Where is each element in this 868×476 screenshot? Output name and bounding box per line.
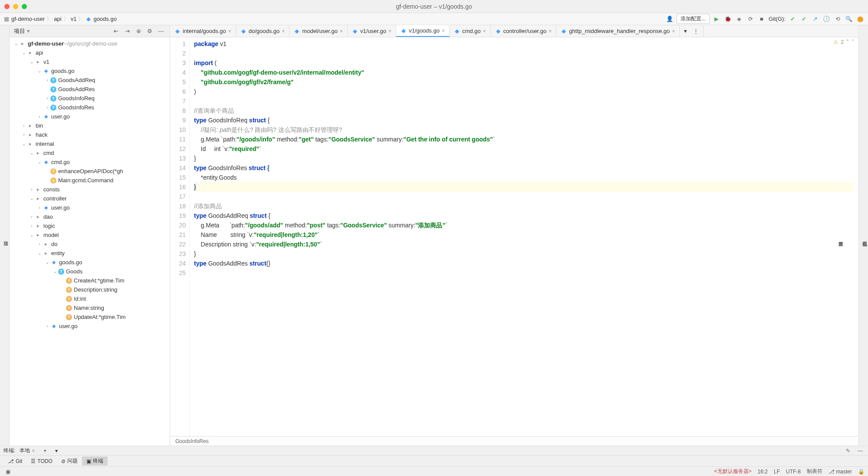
minimize-window-button[interactable] xyxy=(13,4,18,9)
code-line[interactable]: //疑问: path是什么? 路由吗? 这么写路由不好管理呀? xyxy=(194,125,854,135)
project-tree[interactable]: ⌄▸gf-demo-user ~/go/src/gf-demo-use⌄▸api… xyxy=(10,37,170,446)
status-lock-icon[interactable]: 🔒 xyxy=(858,469,865,475)
chevron-right-icon[interactable]: › xyxy=(44,96,50,101)
history-icon[interactable]: 🕓 xyxy=(822,15,831,23)
chevron-down-icon[interactable]: ▾ xyxy=(27,28,30,34)
hide-panel-icon[interactable]: — xyxy=(157,27,165,36)
chevron-down-icon[interactable]: ⌄ xyxy=(13,41,19,46)
tree-node[interactable]: ⌄◆goods.go xyxy=(10,66,170,76)
terminal-dropdown[interactable]: ▾ xyxy=(51,447,62,455)
tree-node[interactable]: ›TGoodsAddReq xyxy=(10,76,170,85)
code-line[interactable]: Description string `v:"required|length:1… xyxy=(194,240,854,249)
search-icon[interactable]: 🔍 xyxy=(845,15,853,23)
git-commit-icon[interactable]: ✓ xyxy=(799,15,808,23)
bottom-tab-problems[interactable]: ⊘ 问题 xyxy=(57,456,82,466)
editor-tab[interactable]: ◆controller/user.go× xyxy=(491,25,557,37)
tree-node[interactable]: ⌄▸entity xyxy=(10,249,170,258)
code-line[interactable] xyxy=(194,268,854,278)
tree-node[interactable]: fenhanceOpenAPIDoc(*gh xyxy=(10,167,170,176)
code-line[interactable]: Name string `v:"required|length:1,20"` xyxy=(194,230,854,240)
status-tool-icon[interactable]: ▣ xyxy=(3,467,12,476)
bottom-tab-git[interactable]: ⎇ Git xyxy=(3,457,26,465)
tree-node[interactable]: ›▸logic xyxy=(10,221,170,230)
tree-node[interactable]: ⌄▸cmd xyxy=(10,148,170,158)
chevron-right-icon[interactable]: › xyxy=(44,105,50,110)
chevron-right-icon[interactable]: › xyxy=(21,123,27,128)
tree-node[interactable]: fId:int xyxy=(10,294,170,303)
bottom-tab-terminal[interactable]: ▣ 终端 xyxy=(82,456,108,466)
inspections-widget[interactable]: ⚠ 2 ˄ ˅ xyxy=(833,39,854,45)
status-indent[interactable]: 制表符 xyxy=(807,468,822,475)
code-line[interactable]: *entity.Goods xyxy=(194,173,854,182)
ide-settings-icon[interactable]: ⬤ xyxy=(856,15,865,23)
chevron-down-icon[interactable]: ⌄ xyxy=(29,233,35,237)
tree-node[interactable]: ⌄TGoods xyxy=(10,267,170,276)
crumb-0[interactable]: gf-demo-user xyxy=(11,16,45,22)
chevron-down-icon[interactable]: ⌄ xyxy=(52,269,58,274)
chevron-right-icon[interactable]: › xyxy=(36,242,43,246)
git-update-icon[interactable]: ✓ xyxy=(788,15,797,23)
code-line[interactable]: g.Meta `path:"/goods/add" method:"post" … xyxy=(194,220,854,230)
tree-node[interactable]: ›▸consts xyxy=(10,185,170,194)
status-line-ending[interactable]: LF xyxy=(774,469,780,475)
chevron-down-icon[interactable]: ⌄ xyxy=(36,251,43,256)
close-window-button[interactable] xyxy=(4,4,10,9)
editor-tab[interactable]: ◆do/goods.go× xyxy=(236,25,290,37)
tree-node[interactable]: ⌄▸internal xyxy=(10,139,170,148)
editor-body[interactable]: ⚠ 2 ˄ ˅ 12345678910111213141516171819202… xyxy=(170,37,858,436)
chevron-down-icon[interactable]: ⌄ xyxy=(44,260,50,265)
chevron-right-icon[interactable]: › xyxy=(36,114,43,119)
tree-node[interactable]: fCreateAt:*gtime.Tim xyxy=(10,276,170,285)
expand-all-icon[interactable]: ⇤ xyxy=(112,27,120,36)
code-line[interactable]: //添加商品 xyxy=(194,201,854,211)
code-line[interactable]: type GoodsInfoRes struct { xyxy=(194,163,854,173)
tree-node[interactable]: ›▸dao xyxy=(10,212,170,221)
crumb-3[interactable]: goods.go xyxy=(93,16,117,22)
chevron-up-icon[interactable]: ˄ xyxy=(846,39,849,45)
chevron-right-icon[interactable]: › xyxy=(21,132,27,137)
code-line[interactable]: type GoodsAddRes struct{} xyxy=(194,259,854,268)
code-line[interactable]: } xyxy=(194,154,854,163)
chevron-down-icon[interactable]: ⌄ xyxy=(29,196,35,201)
code-line[interactable] xyxy=(194,192,854,201)
run-button[interactable]: ▶ xyxy=(712,15,721,23)
chevron-down-icon[interactable]: ⌄ xyxy=(21,50,27,55)
gear-icon[interactable]: ⚙ xyxy=(145,27,154,36)
close-icon[interactable]: × xyxy=(340,28,343,34)
code-line[interactable]: //查询单个商品 xyxy=(194,106,854,115)
code-line[interactable]: type GoodsAddReq struct { xyxy=(194,211,854,220)
tree-node[interactable]: ⌄▸v1 xyxy=(10,57,170,66)
terminal-hide-icon[interactable]: — xyxy=(856,446,865,455)
tree-node[interactable]: ⌄▸gf-demo-user ~/go/src/gf-demo-use xyxy=(10,39,170,48)
tree-node[interactable]: ⌄▸api xyxy=(10,48,170,57)
status-cursor-pos[interactable]: 16:2 xyxy=(758,469,768,475)
breadcrumb[interactable]: ▦ gf-demo-user 〉 api 〉 v1 〉 ◆ goods.go xyxy=(3,15,117,23)
tabs-overflow[interactable]: ▾ ⋮ xyxy=(680,25,704,37)
chevron-right-icon[interactable]: › xyxy=(29,187,35,192)
editor-breadcrumb[interactable]: GoodsInfoRes xyxy=(170,436,858,446)
code-line[interactable] xyxy=(194,49,854,58)
tree-node[interactable]: ⌄▸controller xyxy=(10,194,170,203)
editor-tab[interactable]: ◆cmd.go× xyxy=(450,25,491,37)
code-line[interactable]: import ( xyxy=(194,58,854,68)
tree-node[interactable]: ›◆user.go xyxy=(10,112,170,121)
close-icon[interactable]: × xyxy=(549,28,552,34)
code-line[interactable]: "github.com/gogf/gf-demo-user/v2/interna… xyxy=(194,68,854,77)
status-branch[interactable]: ⎇ master xyxy=(829,469,852,475)
chevron-down-icon[interactable]: ⌄ xyxy=(36,69,43,73)
terminal-tab-local[interactable]: 本地 × xyxy=(15,446,39,455)
chevron-down-icon[interactable]: ⌄ xyxy=(21,141,27,146)
code-line[interactable]: } xyxy=(194,249,854,259)
editor-tab[interactable]: ◆internal/goods.go× xyxy=(170,25,236,37)
chevron-down-icon[interactable]: ⌄ xyxy=(29,151,35,155)
tree-node[interactable]: ›▸do xyxy=(10,240,170,249)
editor-tab[interactable]: ◆model/user.go× xyxy=(289,25,348,37)
crumb-2[interactable]: v1 xyxy=(71,16,77,22)
editor-tab[interactable]: ◆v1/goods.go× xyxy=(396,25,450,37)
status-server[interactable]: <无默认服务器> xyxy=(714,468,752,475)
chevron-right-icon[interactable]: › xyxy=(29,223,35,228)
chevron-down-icon[interactable]: ⌄ xyxy=(29,59,35,64)
user-icon[interactable]: 👤 xyxy=(665,15,674,23)
crumb-1[interactable]: api xyxy=(54,16,61,22)
code-line[interactable]: ) xyxy=(194,87,854,96)
